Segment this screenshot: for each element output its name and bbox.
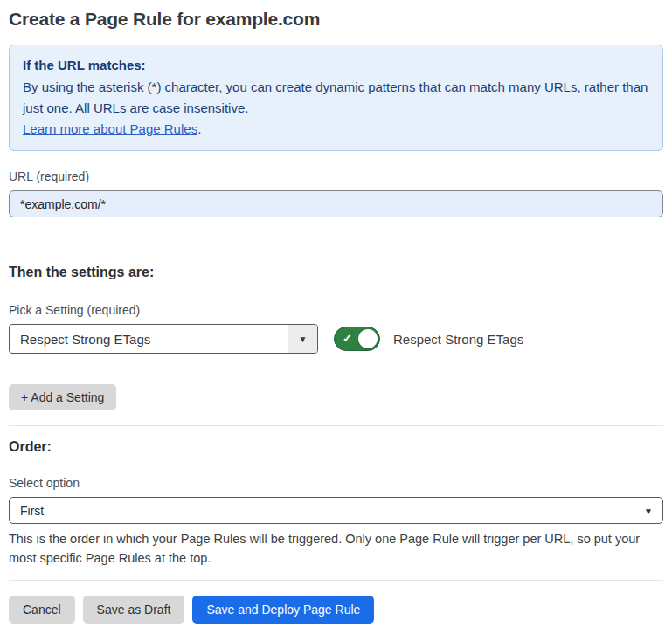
setting-dropdown[interactable]: Respect Strong ETags ▼ — [9, 324, 318, 354]
toggle-knob — [358, 329, 378, 348]
setting-row: Respect Strong ETags ▼ ✓ Respect Strong … — [9, 324, 663, 354]
setting-dropdown-value: Respect Strong ETags — [10, 325, 288, 353]
info-box-heading: If the URL matches: — [23, 55, 649, 76]
dropdown-arrow-button[interactable]: ▼ — [288, 325, 317, 353]
info-box-body: By using the asterisk (*) character, you… — [23, 77, 649, 119]
url-field-block: URL (required) — [9, 169, 663, 217]
url-field-label: URL (required) — [9, 169, 663, 183]
create-page-rule-panel: Create a Page Rule for example.com If th… — [0, 0, 672, 624]
save-draft-button[interactable]: Save as Draft — [83, 596, 185, 624]
order-select-label: Select option — [9, 476, 663, 490]
url-input[interactable] — [9, 190, 663, 217]
chevron-down-icon: ▼ — [644, 506, 653, 515]
setting-toggle[interactable]: ✓ — [334, 327, 380, 351]
order-section-heading: Order: — [9, 439, 663, 455]
learn-more-link[interactable]: Learn more about Page Rules — [23, 121, 197, 136]
chevron-down-icon: ▼ — [299, 334, 308, 344]
check-icon: ✓ — [343, 333, 352, 344]
divider — [9, 580, 663, 581]
info-box-link-line: Learn more about Page Rules. — [23, 119, 649, 140]
divider — [9, 251, 663, 251]
footer-actions: Cancel Save as Draft Save and Deploy Pag… — [9, 596, 663, 624]
save-deploy-button[interactable]: Save and Deploy Page Rule — [192, 596, 374, 624]
toggle-label: Respect Strong ETags — [393, 332, 523, 347]
pick-setting-label: Pick a Setting (required) — [9, 303, 663, 317]
url-match-info-box: If the URL matches: By using the asteris… — [9, 45, 663, 151]
page-title: Create a Page Rule for example.com — [9, 9, 663, 30]
cancel-button[interactable]: Cancel — [9, 596, 75, 624]
order-help-text: This is the order in which your Page Rul… — [9, 529, 663, 568]
add-setting-button[interactable]: + Add a Setting — [9, 384, 116, 410]
order-select[interactable]: First ▼ — [9, 497, 663, 524]
link-suffix-text: . — [197, 121, 201, 136]
order-select-value: First — [20, 504, 44, 518]
divider — [9, 425, 663, 426]
settings-section-heading: Then the settings are: — [9, 265, 663, 280]
